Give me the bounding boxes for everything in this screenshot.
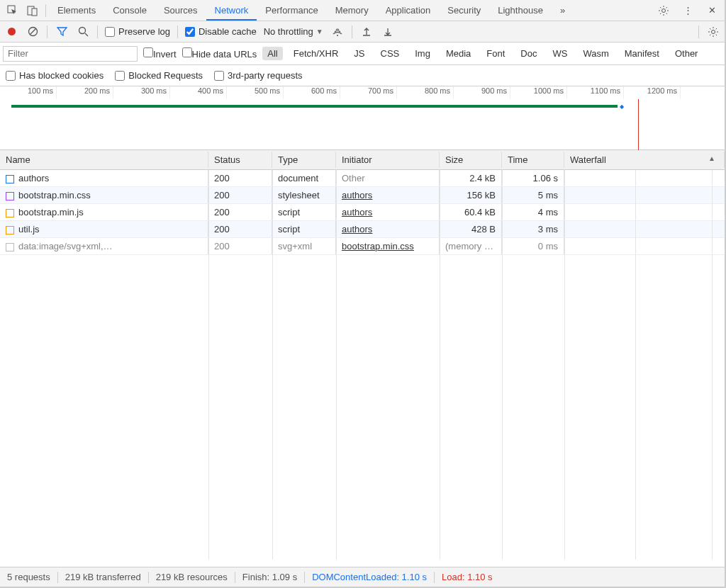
- ruler-tick: 800 ms: [397, 86, 454, 99]
- hide-data-urls-checkbox[interactable]: Hide data URLs: [182, 47, 257, 60]
- chevron-down-icon: ▼: [316, 28, 323, 35]
- tab-lighthouse[interactable]: Lighthouse: [489, 1, 552, 20]
- status-domcontentloaded: DOMContentLoaded: 1.10 s: [312, 572, 427, 582]
- device-toolbar-icon[interactable]: [23, 1, 43, 21]
- type-filter-manifest[interactable]: Manifest: [620, 47, 664, 60]
- record-button[interactable]: [4, 25, 18, 39]
- import-har-icon[interactable]: [359, 25, 374, 39]
- export-har-icon[interactable]: [381, 25, 395, 39]
- settings-gear-icon[interactable]: [654, 1, 674, 21]
- status-finish: Finish: 1.09 s: [242, 572, 297, 582]
- svg-line-5: [30, 29, 35, 35]
- type-filter-img[interactable]: Img: [410, 47, 435, 60]
- blocked-requests-checkbox[interactable]: Blocked Requests: [115, 70, 203, 81]
- tab-security[interactable]: Security: [439, 1, 489, 20]
- overview-timeline[interactable]: 100 ms200 ms300 ms400 ms500 ms600 ms700 …: [0, 86, 725, 150]
- request-row[interactable]: authors200documentOther2.4 kB1.06 s: [0, 170, 725, 187]
- panel-tabs: Elements Console Sources Network Perform…: [49, 1, 654, 20]
- type-filter-js[interactable]: JS: [349, 47, 369, 60]
- type-filter-all[interactable]: All: [262, 47, 282, 60]
- ruler-tick: 1000 ms: [510, 86, 567, 99]
- status-resources: 219 kB resources: [156, 572, 228, 582]
- tab-network[interactable]: Network: [206, 1, 257, 20]
- tab-performance[interactable]: Performance: [257, 1, 326, 20]
- filter-input[interactable]: [3, 46, 138, 62]
- disable-cache-checkbox[interactable]: Disable cache: [185, 26, 257, 37]
- type-filter-media[interactable]: Media: [441, 47, 476, 60]
- tab-console[interactable]: Console: [104, 1, 155, 20]
- tab-sources[interactable]: Sources: [155, 1, 206, 20]
- network-settings-gear-icon[interactable]: [706, 25, 720, 39]
- initiator-text: Other: [342, 173, 365, 183]
- svg-point-9: [712, 30, 715, 33]
- initiator-link[interactable]: authors: [342, 224, 372, 234]
- col-initiator[interactable]: Initiator: [336, 152, 440, 168]
- blocked-cookies-checkbox[interactable]: Has blocked cookies: [6, 70, 104, 81]
- sort-asc-icon: ▲: [708, 154, 715, 162]
- status-bar: 5 requests 219 kB transferred 219 kB res…: [0, 567, 725, 587]
- col-status[interactable]: Status: [208, 152, 272, 168]
- type-filter-fetch[interactable]: Fetch/XHR: [289, 47, 344, 60]
- ruler-tick: 700 ms: [340, 86, 397, 99]
- ruler-tick: 100 ms: [0, 86, 57, 99]
- filter-bar: Invert Hide data URLs All Fetch/XHR JS C…: [0, 43, 725, 65]
- tab-memory[interactable]: Memory: [327, 1, 377, 20]
- status-requests: 5 requests: [7, 572, 50, 582]
- request-row[interactable]: util.js200scriptauthors428 B3 ms: [0, 221, 725, 238]
- ruler-tick: 900 ms: [454, 86, 510, 99]
- svg-point-3: [662, 9, 666, 12]
- ruler-tick: 200 ms: [57, 86, 113, 99]
- network-conditions-icon[interactable]: [330, 25, 345, 39]
- svg-point-6: [79, 28, 85, 34]
- preserve-log-checkbox[interactable]: Preserve log: [105, 26, 170, 37]
- status-transferred: 219 kB transferred: [65, 572, 141, 582]
- col-size[interactable]: Size: [440, 152, 502, 168]
- status-load: Load: 1.10 s: [442, 572, 493, 582]
- type-filter-wasm[interactable]: Wasm: [578, 47, 613, 60]
- requests-table: authors200documentOther2.4 kB1.06 sboots…: [0, 170, 725, 560]
- col-name[interactable]: Name: [0, 152, 208, 168]
- ruler-tick: 400 ms: [170, 86, 227, 99]
- svg-point-8: [337, 35, 338, 36]
- close-devtools-icon[interactable]: ✕: [702, 1, 722, 21]
- inspect-element-icon[interactable]: [3, 1, 23, 21]
- ruler-tick: 13: [681, 86, 726, 99]
- initiator-link[interactable]: authors: [342, 190, 372, 200]
- col-time[interactable]: Time: [502, 152, 564, 168]
- type-filter-css[interactable]: CSS: [376, 47, 405, 60]
- filter-icon[interactable]: [55, 25, 69, 39]
- network-toolbar: Preserve log Disable cache No throttling…: [0, 21, 725, 43]
- col-type[interactable]: Type: [272, 152, 336, 168]
- more-menu-icon[interactable]: ⋮: [678, 1, 698, 21]
- clear-button[interactable]: [26, 25, 40, 39]
- tab-application[interactable]: Application: [377, 1, 440, 20]
- type-filter-ws[interactable]: WS: [547, 47, 572, 60]
- svg-line-7: [85, 33, 88, 36]
- search-icon[interactable]: [76, 25, 90, 39]
- ruler-tick: 1100 ms: [567, 86, 624, 99]
- ruler-tick: 1200 ms: [624, 86, 681, 99]
- devtools-top-bar: Elements Console Sources Network Perform…: [0, 0, 725, 21]
- initiator-link[interactable]: authors: [342, 207, 372, 217]
- throttling-select[interactable]: No throttling ▼: [264, 26, 323, 37]
- initiator-link[interactable]: bootstrap.min.css: [342, 241, 414, 251]
- file-type-icon: [6, 243, 14, 251]
- table-header: Name Status Type Initiator Size Time Wat…: [0, 150, 725, 170]
- tab-elements[interactable]: Elements: [49, 1, 104, 20]
- type-filter-doc[interactable]: Doc: [515, 47, 542, 60]
- ruler-tick: 500 ms: [227, 86, 284, 99]
- filter-bar-2: Has blocked cookies Blocked Requests 3rd…: [0, 65, 725, 86]
- request-row[interactable]: bootstrap.min.js200scriptauthors60.4 kB4…: [0, 204, 725, 221]
- file-type-icon: [6, 226, 14, 234]
- file-type-icon: [6, 209, 14, 217]
- tab-overflow[interactable]: »: [552, 1, 574, 20]
- request-row[interactable]: bootstrap.min.css200stylesheetauthors156…: [0, 187, 725, 204]
- type-filter-other[interactable]: Other: [670, 47, 703, 60]
- ruler-tick: 300 ms: [113, 86, 170, 99]
- invert-checkbox[interactable]: Invert: [143, 47, 177, 60]
- file-type-icon: [6, 175, 14, 183]
- type-filter-font[interactable]: Font: [481, 47, 510, 60]
- col-waterfall[interactable]: Waterfall▲: [564, 152, 725, 168]
- third-party-checkbox[interactable]: 3rd-party requests: [214, 70, 303, 81]
- request-row[interactable]: data:image/svg+xml,…200svg+xmlbootstrap.…: [0, 238, 725, 255]
